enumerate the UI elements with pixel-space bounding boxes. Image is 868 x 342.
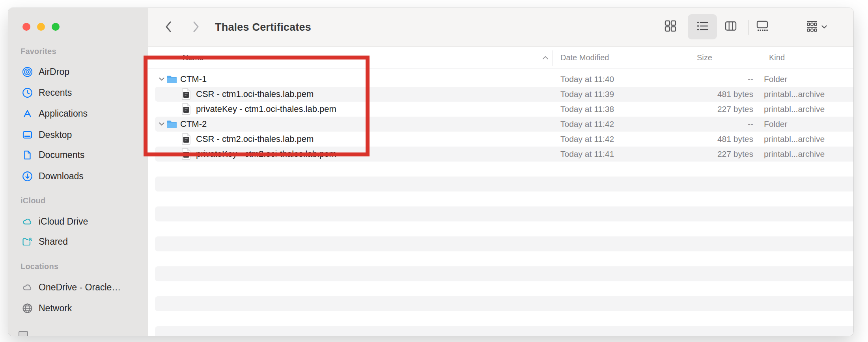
icon-view-button[interactable] xyxy=(658,14,683,39)
file-size: 227 bytes xyxy=(668,102,753,117)
sidebar-item-shared[interactable]: Shared xyxy=(16,232,143,251)
file-size: -- xyxy=(668,72,753,87)
sidebar-section-label: Favorites xyxy=(21,46,56,57)
file-kind: printabl...archive xyxy=(764,87,825,102)
date-modified: Today at 11:39 xyxy=(560,87,614,102)
documents-icon xyxy=(22,150,33,160)
sidebar-item-icloud-drive[interactable]: iCloud Drive xyxy=(16,212,143,230)
annotation-highlight-box xyxy=(144,56,370,156)
sidebar-section-label: iCloud xyxy=(21,195,45,206)
group-by-button[interactable] xyxy=(804,14,829,39)
sidebar-item-label: Applications xyxy=(39,108,88,119)
sidebar: FavoritesAirDropRecentsApplicationsDeskt… xyxy=(8,8,148,336)
gallery-view-button[interactable] xyxy=(750,14,775,39)
onedrive-cloud-icon xyxy=(22,282,33,293)
close-button[interactable] xyxy=(22,23,30,31)
row-stripe xyxy=(155,206,853,221)
applications-icon xyxy=(22,108,33,119)
sidebar-item-label: Desktop xyxy=(39,130,72,140)
date-modified: Today at 11:38 xyxy=(560,102,614,117)
traffic-lights xyxy=(22,23,60,31)
file-kind: printabl...archive xyxy=(764,132,825,147)
chevron-left-icon xyxy=(165,21,172,33)
icloud-drive-icon xyxy=(22,216,33,227)
partial-sidebar-item xyxy=(19,331,28,336)
sidebar-item-downloads[interactable]: Downloads xyxy=(16,167,143,185)
date-modified: Today at 11:40 xyxy=(560,72,614,87)
gallery-view-icon xyxy=(756,20,769,33)
forward-button[interactable] xyxy=(187,18,205,35)
recents-icon xyxy=(22,87,33,98)
back-button[interactable] xyxy=(160,18,177,35)
sidebar-item-label: Documents xyxy=(39,150,84,160)
network-globe-icon xyxy=(22,303,33,314)
toolbar-divider xyxy=(748,20,749,35)
sidebar-item-network[interactable]: Network xyxy=(16,299,143,317)
list-view-button[interactable] xyxy=(688,14,717,39)
column-divider xyxy=(552,50,553,66)
column-divider xyxy=(690,50,690,66)
file-size: 481 bytes xyxy=(668,132,753,147)
window-title: Thales Certificates xyxy=(215,8,311,46)
column-divider xyxy=(761,50,761,66)
airdrop-icon xyxy=(22,67,33,77)
file-size: -- xyxy=(668,117,753,132)
sidebar-item-label: Network xyxy=(39,303,72,314)
list-view-icon xyxy=(696,20,708,33)
date-modified: Today at 11:41 xyxy=(560,147,614,162)
sidebar-item-documents[interactable]: Documents xyxy=(16,146,143,164)
row-stripe xyxy=(155,326,853,336)
column-kind[interactable]: Kind xyxy=(769,47,785,69)
sidebar-item-label: AirDrop xyxy=(39,67,69,77)
toolbar: Thales Certificates xyxy=(148,8,853,47)
row-stripe xyxy=(155,266,853,281)
sidebar-item-label: Downloads xyxy=(39,171,84,182)
desktop-icon xyxy=(22,130,33,140)
sidebar-item-airdrop[interactable]: AirDrop xyxy=(16,63,143,81)
row-stripe xyxy=(155,177,853,191)
column-view-icon xyxy=(725,20,737,33)
sort-ascending-icon xyxy=(542,47,549,69)
shared-folder-icon xyxy=(22,236,33,247)
row-stripe xyxy=(155,296,853,311)
group-by-icon xyxy=(806,20,818,34)
file-kind: Folder xyxy=(764,117,788,132)
sidebar-item-applications[interactable]: Applications xyxy=(16,104,143,123)
chevron-right-icon xyxy=(192,21,200,33)
downloads-icon xyxy=(22,171,33,182)
column-date-modified[interactable]: Date Modified xyxy=(560,47,609,69)
date-modified: Today at 11:42 xyxy=(560,117,614,132)
minimize-button[interactable] xyxy=(37,23,45,31)
file-size: 227 bytes xyxy=(668,147,753,162)
chevron-down-icon xyxy=(821,23,827,30)
finder-window: FavoritesAirDropRecentsApplicationsDeskt… xyxy=(8,8,853,336)
share-button[interactable] xyxy=(852,14,853,39)
column-view-button[interactable] xyxy=(718,14,743,39)
sidebar-item-label: iCloud Drive xyxy=(39,216,88,227)
file-kind: printabl...archive xyxy=(764,147,825,162)
zoom-button[interactable] xyxy=(52,23,60,31)
row-stripe xyxy=(155,236,853,251)
file-kind: Folder xyxy=(764,72,788,87)
sidebar-item-label: Recents xyxy=(39,87,72,98)
file-kind: printabl...archive xyxy=(764,102,825,117)
sidebar-item-desktop[interactable]: Desktop xyxy=(16,126,143,144)
sidebar-item-onedrive-oracle[interactable]: OneDrive - Oracle… xyxy=(16,278,143,296)
sidebar-section-label: Locations xyxy=(21,261,58,272)
column-size[interactable]: Size xyxy=(697,47,712,69)
file-size: 481 bytes xyxy=(668,87,753,102)
sidebar-item-recents[interactable]: Recents xyxy=(16,84,143,102)
date-modified: Today at 11:42 xyxy=(560,132,614,147)
icon-view-icon xyxy=(665,20,676,33)
sidebar-item-label: Shared xyxy=(39,236,68,247)
sidebar-item-label: OneDrive - Oracle… xyxy=(39,282,121,293)
